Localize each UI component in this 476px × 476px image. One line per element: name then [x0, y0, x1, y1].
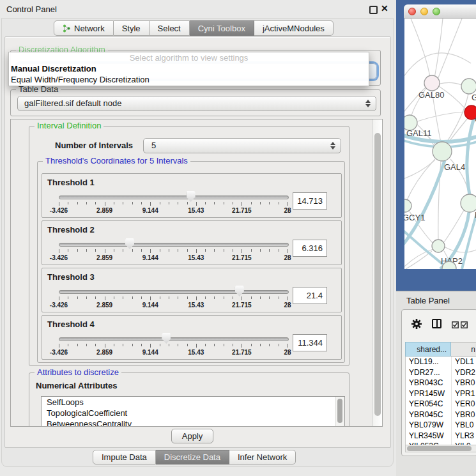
- tick-label: 21.715: [232, 207, 252, 214]
- tick-label: 28: [284, 254, 291, 261]
- threshold-coordinates-group: Threshold's Coordinates for 5 Intervals …: [37, 161, 345, 363]
- network-icon: [63, 24, 71, 33]
- tab-discretize-data[interactable]: Discretize Data: [156, 450, 229, 464]
- table-row[interactable]: YBR043CYBR0: [406, 378, 476, 388]
- minimize-traffic-light-icon[interactable]: [420, 8, 428, 15]
- attribute-item[interactable]: BetweennessCentrality: [42, 418, 344, 427]
- settings-scrollbar-thumb[interactable]: [374, 133, 381, 416]
- attribute-list-scrollbar-thumb[interactable]: [337, 399, 342, 423]
- gear-icon[interactable]: [411, 318, 422, 330]
- slider-track[interactable]: [59, 243, 289, 247]
- slider-thumb[interactable]: [187, 191, 196, 202]
- threshold-value-field[interactable]: 14.713: [293, 192, 327, 210]
- close-traffic-light-icon[interactable]: [408, 8, 416, 15]
- network-edge[interactable]: [411, 19, 430, 77]
- network-edge[interactable]: [417, 112, 464, 121]
- table-cell: YBR0: [452, 378, 476, 388]
- select-all-checkbox-icon[interactable]: [452, 321, 459, 328]
- table-cell: YBR045C: [406, 410, 452, 420]
- node-gcy1[interactable]: [404, 199, 411, 212]
- network-edge[interactable]: [444, 247, 476, 252]
- tab-style[interactable]: Style: [114, 20, 150, 36]
- node-gal80-label: GAL80: [418, 90, 444, 100]
- threshold-value-field[interactable]: 11.344: [293, 334, 327, 351]
- algorithm-option[interactable]: Equal Width/Frequency Discretization: [9, 74, 369, 85]
- table-data-combobox[interactable]: galFiltered.sif default node: [17, 96, 376, 111]
- table-row[interactable]: YLR345WYLR3: [406, 431, 476, 441]
- numerical-attributes-label: Numerical Attributes: [36, 381, 117, 390]
- tick-label: 28: [284, 302, 291, 309]
- table-row[interactable]: YBL079WYBL0: [406, 420, 476, 431]
- table-panel-inner: shared...n YDL19...YDL1YDR27...YDR2YBR04…: [401, 309, 476, 456]
- tick-label: 9.144: [142, 207, 158, 214]
- slider-track[interactable]: [59, 196, 289, 199]
- table-horizontal-scrollbar[interactable]: [405, 445, 476, 452]
- attribute-item[interactable]: TopologicalCoefficient: [42, 408, 344, 418]
- threshold-value-field[interactable]: 6.316: [293, 240, 327, 257]
- attribute-item[interactable]: SelfLoops: [42, 397, 344, 408]
- apply-button[interactable]: Apply: [171, 429, 213, 443]
- tab-impute-data[interactable]: Impute Data: [93, 450, 156, 464]
- node-gal4[interactable]: [433, 142, 452, 161]
- network-edge[interactable]: [440, 82, 461, 85]
- network-edge[interactable]: [438, 19, 462, 79]
- tab-label: Style: [122, 24, 141, 33]
- network-desktop: GAL80GCGAL11GAL4GCY1HHAP2: [396, 0, 476, 291]
- tab-cyni-toolbox[interactable]: Cyni Toolbox: [190, 20, 254, 36]
- control-panel-title: Control Panel: [6, 4, 57, 14]
- node-top-right[interactable]: [461, 79, 476, 94]
- number-of-intervals-combobox[interactable]: 5: [143, 138, 341, 153]
- settings-vertical-scrollbar[interactable]: [372, 119, 383, 426]
- tab-select[interactable]: Select: [150, 20, 190, 36]
- table-cell: YDR27...: [406, 367, 452, 378]
- table-data-group: Table Data galFiltered.sif default node: [10, 89, 381, 116]
- table-data-combobox-value: galFiltered.sif default node: [24, 96, 121, 111]
- zoom-traffic-light-icon[interactable]: [433, 8, 440, 15]
- float-window-icon[interactable]: [369, 6, 378, 14]
- network-canvas[interactable]: GAL80GCGAL11GAL4GCY1HHAP2: [404, 19, 476, 269]
- node-gal80[interactable]: [424, 75, 440, 91]
- table-row[interactable]: YER054CYER0: [406, 399, 476, 410]
- tab-network[interactable]: Network: [54, 20, 114, 36]
- table-row[interactable]: YDL19...YDL1: [406, 357, 476, 367]
- table-cell: YBL0: [452, 420, 476, 431]
- table-header-cell[interactable]: shared...: [405, 342, 451, 357]
- table-row[interactable]: YDR27...YDR2: [406, 367, 476, 378]
- table-panel-title: Table Panel: [406, 296, 450, 305]
- tab-jactivemnodules[interactable]: jActiveMNodules: [254, 20, 334, 36]
- node-hap2[interactable]: [432, 240, 445, 252]
- tab-label: Network: [74, 24, 105, 33]
- tick-label: 9.144: [142, 349, 158, 356]
- number-of-intervals-label: Number of Intervals: [55, 141, 133, 150]
- close-icon[interactable]: ✕: [381, 3, 388, 13]
- table-header-cell[interactable]: n: [451, 342, 476, 357]
- slider-thumb[interactable]: [235, 286, 244, 296]
- network-window-titlebar[interactable]: [404, 4, 476, 19]
- table-row[interactable]: YBR045CYBR0: [406, 410, 476, 420]
- threshold-value-field[interactable]: 21.4: [293, 287, 327, 304]
- slider-thumb[interactable]: [125, 238, 134, 249]
- select-column-checkbox-icon[interactable]: [461, 321, 468, 328]
- threshold-label: Threshold 1: [47, 178, 95, 187]
- table-scrollbar-thumb[interactable]: [407, 446, 472, 451]
- tick-label: -3.426: [50, 302, 68, 309]
- network-edge[interactable]: [404, 160, 435, 180]
- tab-infer-network[interactable]: Infer Network: [229, 450, 296, 464]
- table-row[interactable]: YPR145WYPR1: [406, 388, 476, 399]
- table-header-row: shared...n: [405, 342, 476, 357]
- network-edge[interactable]: [446, 94, 468, 143]
- split-columns-icon[interactable]: [432, 319, 441, 328]
- slider-track[interactable]: [59, 290, 289, 294]
- slider-track[interactable]: [59, 337, 289, 341]
- tab-label: jActiveMNodules: [263, 24, 325, 33]
- tick-label: 2.859: [96, 302, 112, 309]
- table-data-group-title: Table Data: [16, 85, 61, 94]
- settings-scroll-pane: Interval Definition Number of Intervals …: [10, 119, 383, 427]
- algorithm-option[interactable]: Manual Discretization: [9, 63, 369, 74]
- node-h[interactable]: [461, 194, 476, 212]
- slider-thumb[interactable]: [162, 333, 171, 344]
- network-graph[interactable]: GAL80GCGAL11GAL4GCY1HHAP2: [404, 19, 476, 269]
- attribute-list-scrollbar[interactable]: [335, 397, 344, 427]
- tab-label: Infer Network: [238, 452, 287, 462]
- attributes-group-title: Attributes to discretize: [35, 368, 121, 377]
